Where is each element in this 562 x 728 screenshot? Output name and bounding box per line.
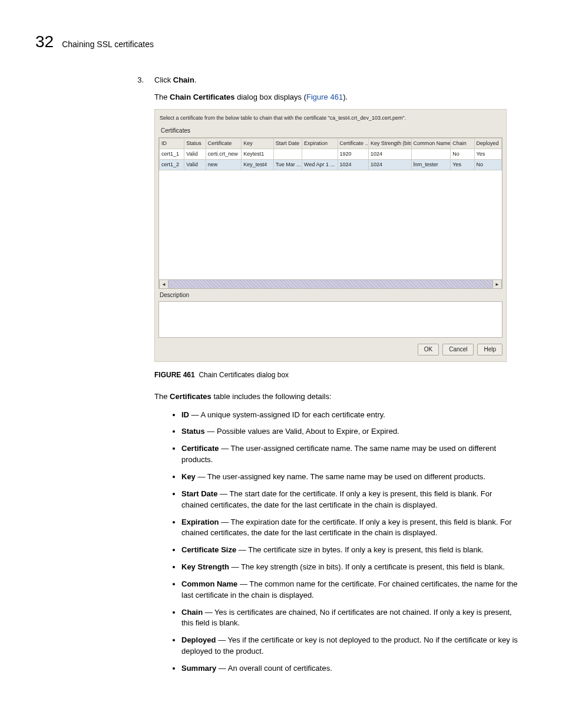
col-expiration[interactable]: Expiration [302, 139, 338, 149]
col-start-date[interactable]: Start Date [273, 139, 302, 149]
section-title: Chaining SSL certificates [62, 39, 154, 49]
table-row[interactable]: cert1_2 Valid new Key_test4 Tue Mar ... … [160, 160, 502, 170]
table-row[interactable]: cert1_1 Valid certi.crt_new Keytest1 192… [160, 149, 502, 160]
list-item: Key — The user-assigned key name. The sa… [181, 472, 521, 483]
page: 32 Chaining SSL certificates 3. Click Ch… [0, 0, 562, 728]
step-line-2: The Chain Certificates dialog box displa… [154, 92, 521, 103]
certificates-grid: ID Status Certificate Key Start Date Exp… [158, 137, 503, 280]
arrow-left-icon: ◄ [161, 281, 166, 288]
col-cert-size[interactable]: Certificate ... [338, 139, 368, 149]
table-empty-area [159, 170, 502, 279]
scroll-right-button[interactable]: ► [492, 280, 502, 288]
figure-caption: FIGURE 461 Chain Certificates dialog box [154, 370, 521, 380]
col-common-name[interactable]: Common Name [411, 139, 451, 149]
scroll-left-button[interactable]: ◄ [159, 280, 168, 288]
description-label: Description [158, 289, 503, 301]
content-column: 3. Click Chain. The Chain Certificates d… [135, 75, 521, 680]
list-item: Common Name — The common name for the ce… [181, 579, 521, 601]
list-item: Certificate — The user-assigned certific… [181, 443, 521, 466]
col-key[interactable]: Key [242, 139, 273, 149]
step-body: Click Chain. The Chain Certificates dial… [154, 75, 521, 680]
list-item: Certificate Size — The certificate size … [181, 545, 521, 556]
list-item: Start Date — The start date for the cert… [181, 489, 521, 511]
col-id[interactable]: ID [160, 139, 184, 149]
list-item: Expiration — The expiration date for the… [181, 517, 521, 539]
list-item: Deployed — Yes if the certificate or key… [181, 635, 521, 657]
list-item: Status — Possible values are Valid, Abou… [181, 426, 521, 437]
list-item: ID — A unique system-assigned ID for eac… [181, 410, 521, 421]
chain-certificates-dialog: Select a certificate from the below tabl… [154, 109, 507, 363]
table-details-section: The Certificates table includes the foll… [154, 391, 521, 674]
step-line-1: Click Chain. [154, 75, 521, 86]
dialog-button-row: OK Cancel Help [158, 344, 503, 356]
details-intro: The Certificates table includes the foll… [154, 391, 521, 403]
figure-ref-link[interactable]: Figure 461 [306, 93, 343, 101]
ok-button[interactable]: OK [418, 344, 439, 356]
step-3: 3. Click Chain. The Chain Certificates d… [135, 75, 521, 680]
list-item: Summary — An overall count of certificat… [181, 663, 521, 674]
arrow-right-icon: ► [495, 281, 500, 288]
col-deployed[interactable]: Deployed [474, 139, 501, 149]
details-list: ID — A unique system-assigned ID for eac… [154, 410, 521, 674]
step-number: 3. [135, 75, 144, 680]
certificates-table[interactable]: ID Status Certificate Key Start Date Exp… [159, 138, 502, 170]
step-list: 3. Click Chain. The Chain Certificates d… [135, 75, 521, 680]
list-item: Chain — Yes is certificates are chained,… [181, 607, 521, 630]
help-button[interactable]: Help [477, 344, 503, 356]
col-chain[interactable]: Chain [451, 139, 474, 149]
figure-label: FIGURE 461 [154, 371, 195, 379]
list-item: Key Strength — The key strength (size in… [181, 562, 521, 573]
cancel-button[interactable]: Cancel [442, 344, 474, 356]
chapter-number: 32 [35, 32, 54, 51]
description-textarea[interactable] [158, 301, 503, 338]
dialog-instruction: Select a certificate from the below tabl… [158, 113, 503, 126]
horizontal-scrollbar[interactable]: ◄ ► [158, 280, 503, 289]
col-certificate[interactable]: Certificate [206, 139, 242, 149]
running-header: 32 Chaining SSL certificates [35, 32, 527, 51]
table-header-row: ID Status Certificate Key Start Date Exp… [160, 139, 502, 149]
col-key-strength[interactable]: Key Strength (bits) [369, 139, 412, 149]
figure-title: Chain Certificates dialog box [199, 371, 289, 379]
certificates-panel-title: Certificates [158, 126, 503, 138]
col-status[interactable]: Status [184, 139, 206, 149]
